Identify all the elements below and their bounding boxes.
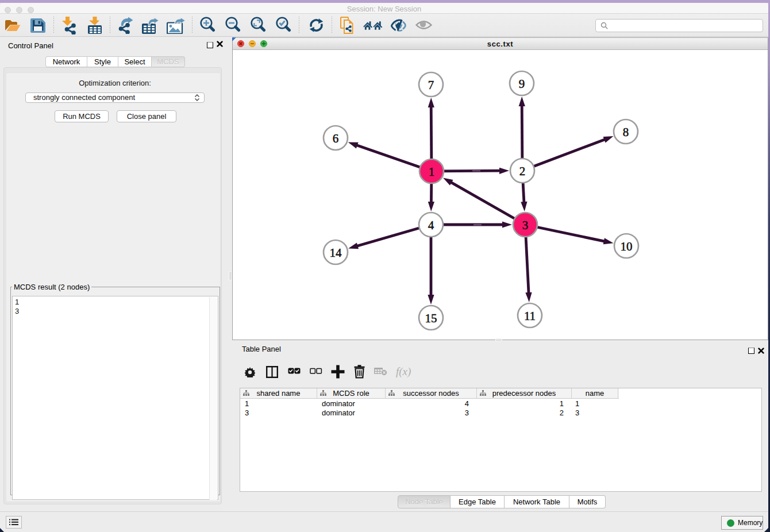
svg-text:7: 7 — [428, 78, 434, 92]
svg-text:8: 8 — [623, 125, 629, 139]
svg-text:14: 14 — [330, 246, 342, 260]
svg-text:6: 6 — [333, 132, 339, 145]
svg-text:9: 9 — [519, 77, 525, 91]
svg-text:10: 10 — [621, 240, 633, 253]
svg-text:1: 1 — [429, 165, 435, 179]
svg-text:2: 2 — [519, 164, 526, 178]
svg-text:4: 4 — [428, 218, 434, 232]
svg-text:3: 3 — [522, 218, 529, 232]
svg-text:15: 15 — [425, 311, 437, 325]
svg-text:11: 11 — [524, 309, 536, 323]
